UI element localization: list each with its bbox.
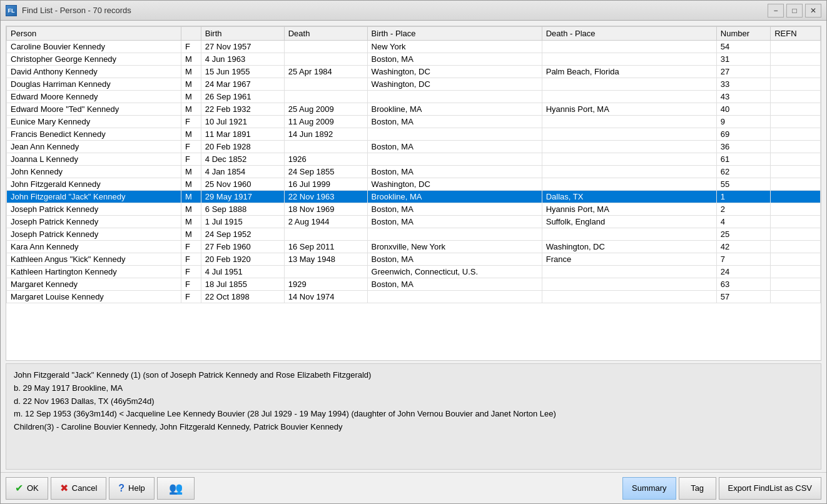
table-cell: New York [367,41,542,53]
table-cell: Caroline Bouvier Kennedy [7,41,181,53]
table-row[interactable]: Francis Benedict KennedyM11 Mar 189114 J… [7,128,821,141]
export-button[interactable]: Export FindList as CSV [719,477,821,500]
content-area: Person Birth Death Birth - Place Death -… [1,21,826,503]
table-row[interactable]: John Fitzgerald KennedyM25 Nov 196016 Ju… [7,178,821,191]
tag-button[interactable]: Tag [679,477,716,500]
table-cell: Brookline, MA [367,191,542,203]
table-cell: Kathleen Hartington Kennedy [7,266,181,278]
table-row[interactable]: Joseph Patrick KennedyM6 Sep 188818 Nov … [7,203,821,216]
minimize-button[interactable]: − [768,4,784,18]
table-row[interactable]: Eunice Mary KennedyF10 Jul 192111 Aug 20… [7,116,821,128]
table-cell: Hyannis Port, MA [542,203,716,216]
table-cell: 26 Sep 1961 [201,91,284,103]
table-cell: 15 Jun 1955 [201,66,284,78]
table-cell: 55 [716,178,770,191]
table-cell [771,278,821,291]
table-row[interactable]: Jean Ann KennedyF20 Feb 1928Boston, MA36 [7,141,821,153]
table-row[interactable]: Caroline Bouvier KennedyF27 Nov 1957New … [7,41,821,53]
summary-button[interactable]: Summary [622,477,676,500]
table-row[interactable]: Edward Moore KennedyM26 Sep 196143 [7,91,821,103]
table-row[interactable]: Douglas Harriman KennedyM24 Mar 1967Wash… [7,78,821,91]
table-cell: 4 Jul 1951 [201,266,284,278]
table-cell: Francis Benedict Kennedy [7,128,181,141]
table-cell: 25 [716,228,770,241]
table-cell: 43 [716,91,770,103]
table-cell: 27 [716,66,770,78]
table-cell [284,91,367,103]
table-cell: Christopher George Kennedy [7,53,181,66]
table-cell [771,216,821,228]
help-label: Help [128,483,145,493]
table-cell: Washington, DC [542,241,716,253]
table-row[interactable]: Kathleen Angus "Kick" KennedyF20 Feb 192… [7,253,821,266]
table-header-row: Person Birth Death Birth - Place Death -… [7,27,821,41]
table-row[interactable]: Edward Moore "Ted" KennedyM22 Feb 193225… [7,103,821,116]
col-header-refn[interactable]: REFN [771,27,821,41]
cancel-label: Cancel [72,483,97,493]
table-cell [284,53,367,66]
table-cell: 4 [716,216,770,228]
table-row[interactable]: Joanna L KennedyF4 Dec 1852192661 [7,153,821,166]
maximize-button[interactable]: □ [786,4,803,18]
col-header-death-place[interactable]: Death - Place [542,27,716,41]
table-cell: 54 [716,41,770,53]
table-cell: Greenwich, Connecticut, U.S. [367,266,542,278]
table-cell: 4 Jun 1963 [201,53,284,66]
table-row[interactable]: Joseph Patrick KennedyM24 Sep 195225 [7,228,821,241]
table-cell: Margaret Kennedy [7,278,181,291]
table-cell: 20 Feb 1920 [201,253,284,266]
check-icon: ✔ [15,482,23,494]
table-row[interactable]: John Fitzgerald "Jack" KennedyM29 May 19… [7,191,821,203]
table-scroll[interactable]: Person Birth Death Birth - Place Death -… [6,26,821,360]
table-row[interactable]: David Anthony KennedyM15 Jun 195525 Apr … [7,66,821,78]
table-cell: Edward Moore Kennedy [7,91,181,103]
table-cell: 6 Sep 1888 [201,203,284,216]
table-cell: Washington, DC [367,78,542,91]
table-cell: Joseph Patrick Kennedy [7,203,181,216]
table-row[interactable]: Margaret Louise KennedyF22 Oct 189814 No… [7,291,821,303]
table-row[interactable]: Kara Ann KennedyF27 Feb 196016 Sep 2011B… [7,241,821,253]
table-row[interactable]: Kathleen Hartington KennedyF4 Jul 1951Gr… [7,266,821,278]
table-row[interactable]: Margaret KennedyF18 Jul 18551929Boston, … [7,278,821,291]
col-header-death[interactable]: Death [284,27,367,41]
people-button[interactable]: 👥 [157,477,195,500]
table-cell: 22 Nov 1963 [284,191,367,203]
close-button[interactable]: ✕ [805,4,821,18]
table-cell: 24 [716,266,770,278]
col-header-birth[interactable]: Birth [201,27,284,41]
table-cell [367,91,542,103]
table-cell: F [181,141,201,153]
col-header-gender[interactable] [181,27,201,41]
table-cell: 1926 [284,153,367,166]
col-header-number[interactable]: Number [716,27,770,41]
table-cell: M [181,78,201,91]
table-cell: Edward Moore "Ted" Kennedy [7,103,181,116]
table-cell: Boston, MA [367,216,542,228]
table-cell: Margaret Louise Kennedy [7,291,181,303]
help-button[interactable]: ? Help [109,477,155,500]
table-row[interactable]: Christopher George KennedyM4 Jun 1963Bos… [7,53,821,66]
col-header-birth-place[interactable]: Birth - Place [367,27,542,41]
cancel-button[interactable]: ✖ Cancel [51,477,106,500]
table-cell [542,78,716,91]
table-row[interactable]: John KennedyM4 Jan 185424 Sep 1855Boston… [7,166,821,178]
table-cell [542,116,716,128]
table-cell: 10 Jul 1921 [201,116,284,128]
table-cell: Washington, DC [367,178,542,191]
table-cell: M [181,66,201,78]
table-cell: 42 [716,241,770,253]
table-cell: 24 Mar 1967 [201,78,284,91]
table-row[interactable]: Joseph Patrick KennedyM1 Jul 19152 Aug 1… [7,216,821,228]
table-cell: F [181,41,201,53]
col-header-person[interactable]: Person [7,27,181,41]
ok-button[interactable]: ✔ OK [6,477,48,500]
table-cell: 18 Jul 1855 [201,278,284,291]
table-cell [542,228,716,241]
table-cell: 57 [716,291,770,303]
table-cell: 18 Nov 1969 [284,203,367,216]
table-cell [284,228,367,241]
table-cell [284,41,367,53]
table-cell: Boston, MA [367,278,542,291]
table-cell [771,178,821,191]
table-cell: 25 Apr 1984 [284,66,367,78]
